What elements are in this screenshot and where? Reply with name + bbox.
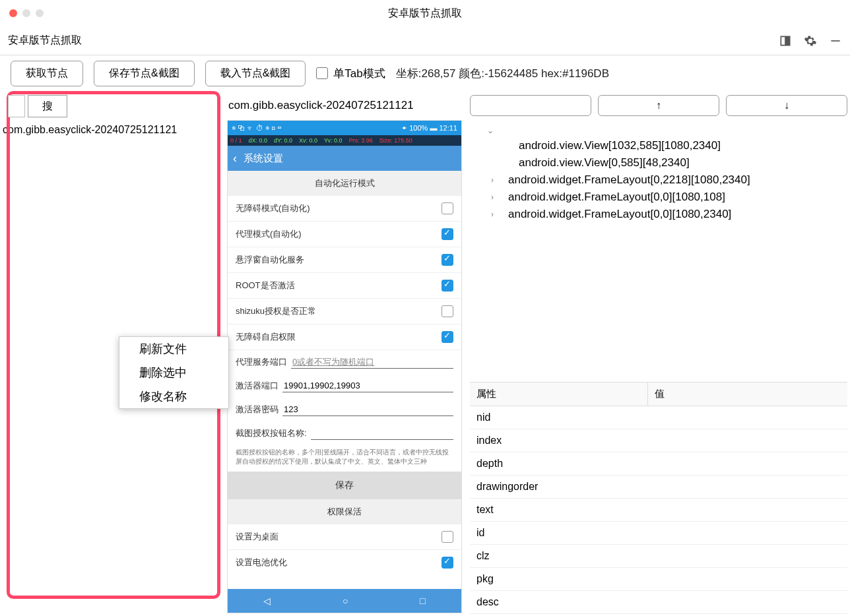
property-row[interactable]: depth	[470, 452, 847, 476]
checkbox-icon[interactable]	[441, 305, 453, 317]
save-node-button[interactable]: 保存节点&截图	[94, 61, 195, 86]
coord-color-status: 坐标:268,57 颜色:-15624485 hex:#1196DB	[396, 66, 609, 81]
properties-header: 属性 值	[470, 383, 847, 406]
hint-text: 截图授权按钮的名称，多个用|竖线隔开，适合不同语言，或者中控无线投屏自动授权的情…	[228, 445, 461, 472]
header-val: 值	[648, 383, 671, 406]
panel-title: 安卓版节点抓取	[8, 34, 82, 47]
status-icons-left: ◉ ⧉ ᯤ ⏱ ◉ ⊡ ▭	[232, 124, 281, 132]
title-bar: 安卓版节点抓取	[0, 0, 850, 26]
screenshot-panel: com.gibb.easyclick-20240725121121 ◉ ⧉ ᯤ …	[226, 91, 463, 616]
properties-table: 属性 值 nid index depth drawingorder text i…	[470, 382, 847, 616]
node-tree: ⌄ android.view.View[1032,585][1080,2340]…	[470, 116, 847, 382]
nav-back-icon[interactable]: ◁	[263, 596, 271, 606]
nav-home-icon[interactable]: ○	[343, 596, 348, 606]
menu-rename[interactable]: 修改名称	[119, 385, 228, 408]
tree-node[interactable]: android.view.View[0,585][48,2340]	[470, 154, 847, 171]
screenshot-btn-name-input[interactable]	[311, 427, 453, 440]
search-button[interactable]: 搜	[28, 95, 67, 117]
screenshot-btn-name-row: 截图授权按钮名称:	[228, 421, 461, 445]
file-list-item[interactable]: com.gibb.easyclick-20240725121121	[3, 123, 226, 137]
single-tab-checkbox[interactable]	[316, 67, 328, 79]
checkbox-icon[interactable]	[441, 280, 453, 292]
proxy-port-row: 代理服务端口	[228, 350, 461, 374]
single-tab-label: 单Tab模式	[333, 66, 385, 81]
property-row[interactable]: desc	[470, 591, 847, 614]
nav-up-button[interactable]: ↑	[598, 95, 719, 116]
node-inspector-panel: ↑ ↓ ⌄ android.view.View[1032,585][1080,2…	[463, 91, 850, 616]
activator-pwd-input[interactable]	[282, 403, 453, 416]
activator-port-row: 激活器端口	[228, 374, 461, 398]
load-node-button[interactable]: 载入节点&截图	[205, 61, 306, 86]
setting-row[interactable]: 设置电池优化	[228, 550, 461, 575]
tree-node[interactable]: android.view.View[1032,585][1080,2340]	[470, 137, 847, 154]
status-icons-right: ꔹ 100% ▬ 12:11	[401, 124, 457, 133]
property-row[interactable]: drawingorder	[470, 476, 847, 499]
checkbox-icon[interactable]	[441, 531, 453, 543]
tree-node[interactable]: ›android.widget.FrameLayout[0,2218][1080…	[470, 171, 847, 189]
nav-down-button[interactable]: ↓	[726, 95, 847, 116]
property-row[interactable]: pkg	[470, 568, 847, 591]
property-row[interactable]: text	[470, 499, 847, 522]
setting-row[interactable]: 无障碍自启权限	[228, 324, 461, 350]
checkbox-icon[interactable]	[441, 254, 453, 266]
tree-node[interactable]: ›android.widget.FrameLayout[0,0][1080,23…	[470, 206, 847, 223]
phone-nav-header: ‹ 系统设置	[228, 146, 461, 171]
get-node-button[interactable]: 获取节点	[11, 61, 83, 86]
context-menu: 刷新文件 删除选中 修改名称	[119, 336, 229, 409]
setting-row[interactable]: 悬浮窗自动化服务	[228, 247, 461, 273]
back-icon[interactable]: ‹	[233, 152, 237, 166]
sub-title-bar: 安卓版节点抓取	[0, 26, 850, 55]
phone-screen: ◉ ⧉ ᯤ ⏱ ◉ ⊡ ▭ ꔹ 100% ▬ 12:11 0 / 1 dX: 0…	[227, 120, 462, 613]
activator-pwd-row: 激活器密码	[228, 398, 461, 421]
tree-node[interactable]: ›android.widget.FrameLayout[0,0][1080,10…	[470, 189, 847, 206]
debug-overlay: 0 / 1 dX: 0.0 dY: 0.0 Xv: 0.0 Yv: 0.0 Pr…	[228, 135, 461, 146]
phone-status-bar: ◉ ⧉ ᯤ ⏱ ◉ ⊡ ▭ ꔹ 100% ▬ 12:11	[228, 121, 461, 135]
section-header: 权限保活	[228, 499, 461, 524]
section-header: 自动化运行模式	[228, 171, 461, 196]
setting-row[interactable]: 代理模式(自动化)	[228, 222, 461, 247]
menu-refresh-file[interactable]: 刷新文件	[119, 337, 228, 361]
properties-body[interactable]: nid index depth drawingorder text id clz…	[470, 406, 847, 616]
screenshot-title: com.gibb.easyclick-20240725121121	[226, 91, 463, 120]
setting-row[interactable]: 无障碍模式(自动化)	[228, 196, 461, 222]
layout-icon[interactable]	[779, 34, 792, 47]
header-attr: 属性	[470, 383, 648, 406]
checkbox-icon[interactable]	[441, 228, 453, 240]
phone-nav-buttons: ◁ ○ □	[228, 589, 461, 613]
tree-toggle[interactable]: ⌄	[470, 124, 847, 137]
minimize-bar-icon[interactable]	[829, 34, 842, 47]
file-list-panel: 搜 com.gibb.easyclick-20240725121121 刷新文件…	[0, 91, 226, 616]
activator-port-input[interactable]	[282, 379, 453, 392]
property-row[interactable]: index	[470, 429, 847, 452]
property-row[interactable]: id	[470, 522, 847, 545]
setting-row[interactable]: shizuku授权是否正常	[228, 299, 461, 324]
proxy-port-input[interactable]	[291, 355, 453, 369]
file-search-input[interactable]	[8, 95, 25, 117]
setting-row[interactable]: 设置为桌面	[228, 524, 461, 550]
toolbar: 获取节点 保存节点&截图 载入节点&截图 单Tab模式 坐标:268,57 颜色…	[0, 55, 850, 91]
filter-button[interactable]	[470, 95, 591, 116]
save-button[interactable]: 保存	[228, 472, 461, 499]
checkbox-icon[interactable]	[441, 331, 453, 343]
gear-icon[interactable]	[804, 34, 817, 47]
nav-recent-icon[interactable]: □	[420, 596, 425, 606]
property-row[interactable]: clz	[470, 545, 847, 568]
checkbox-icon[interactable]	[441, 557, 453, 569]
menu-delete-selected[interactable]: 删除选中	[119, 361, 228, 385]
window-title: 安卓版节点抓取	[0, 7, 850, 20]
checkbox-icon[interactable]	[441, 202, 453, 214]
nav-title: 系统设置	[244, 152, 283, 165]
property-row[interactable]: nid	[470, 406, 847, 429]
setting-row[interactable]: ROOT是否激活	[228, 273, 461, 299]
